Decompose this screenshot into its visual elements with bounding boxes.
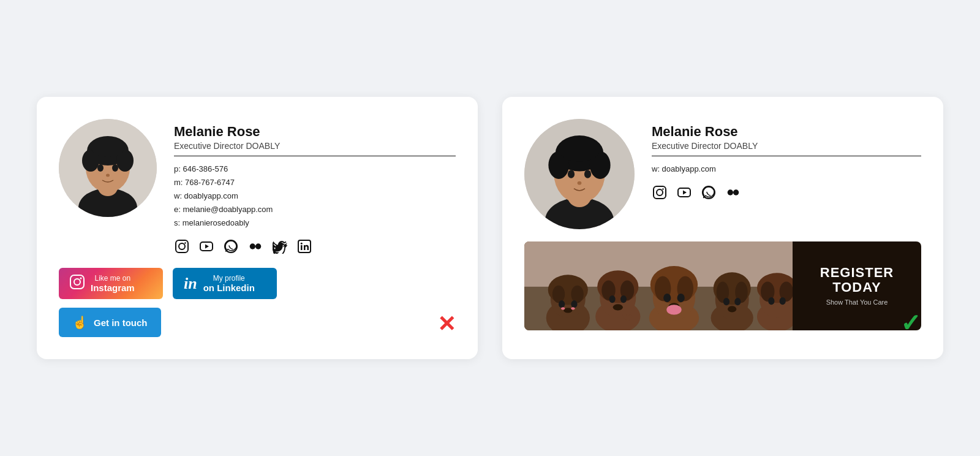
svg-point-81 [728, 306, 736, 312]
divider-2 [652, 156, 921, 156]
svg-point-50 [552, 285, 565, 303]
svg-point-55 [561, 307, 565, 310]
contact-info-1: p: 646-386-576 m: 768-767-6747 w: doably… [174, 162, 456, 230]
avatar-2 [524, 119, 635, 229]
svg-point-70 [663, 294, 671, 302]
svg-point-42 [728, 189, 733, 195]
correct-mark: ✓ [900, 309, 921, 337]
svg-point-38 [662, 188, 663, 189]
linkedin-icon[interactable] [296, 238, 312, 254]
social-icons-2 [652, 184, 921, 200]
profile-name-2: Melanie Rose [652, 124, 921, 140]
wrong-mark: ✕ [437, 311, 456, 337]
website-line: w: doablyapp.com [174, 189, 456, 203]
email-line: e: melanie@doablyapp.com [174, 203, 456, 216]
avatar-1 [59, 119, 157, 217]
svg-point-71 [677, 294, 685, 302]
profile-section-1: Melanie Rose Executive Director DOABLY p… [59, 119, 456, 254]
website-line-2: w: doablyapp.com [652, 162, 921, 176]
whatsapp-icon[interactable] [223, 238, 239, 254]
banner-sub-label: Show That You Care [826, 298, 888, 306]
profile-title-1: Executive Director DOABLY [174, 141, 456, 151]
getintouch-row: ☝️ Get in touch [59, 308, 456, 337]
mobile-line: m: 768-767-6747 [174, 176, 456, 189]
divider-1 [174, 156, 456, 156]
svg-point-73 [666, 305, 681, 314]
instagram-icon-2[interactable] [652, 184, 668, 200]
twitter-icon[interactable] [272, 238, 288, 254]
getintouch-label: Get in touch [94, 317, 148, 328]
svg-point-54 [564, 308, 572, 313]
flickr-icon-2[interactable] [725, 184, 741, 200]
svg-rect-22 [70, 275, 84, 289]
phone-line: p: 646-386-576 [174, 162, 456, 176]
profile-section-2: Melanie Rose Executive Director DOABLY w… [524, 119, 921, 229]
svg-point-23 [74, 279, 80, 285]
svg-point-88 [780, 297, 786, 305]
flickr-icon[interactable] [247, 238, 263, 254]
svg-point-80 [734, 298, 741, 305]
svg-point-32 [559, 137, 600, 162]
getintouch-button[interactable]: ☝️ Get in touch [59, 308, 161, 337]
instagram-btn-icon [70, 275, 85, 293]
card-correct: Melanie Rose Executive Director DOABLY w… [502, 97, 943, 359]
svg-point-52 [559, 300, 565, 308]
svg-point-51 [571, 285, 583, 303]
svg-point-35 [578, 181, 582, 185]
svg-point-79 [723, 298, 729, 305]
banner-image [524, 241, 793, 330]
linkedin-button[interactable]: in My profile on Linkedin [173, 268, 277, 299]
svg-point-43 [733, 189, 739, 195]
svg-point-53 [571, 300, 577, 308]
svg-point-18 [255, 244, 261, 249]
skype-line: s: melanierosedoably [174, 216, 456, 230]
hand-icon: ☝️ [72, 315, 88, 330]
buttons-row-1: Like me on Like me on Instagram Instagra… [59, 268, 456, 299]
svg-point-10 [106, 173, 110, 177]
youtube-icon[interactable] [198, 238, 214, 254]
svg-point-9 [112, 164, 118, 172]
banner: REGISTER TODAY Show That You Care [524, 241, 921, 330]
instagram-button[interactable]: Like me on Like me on Instagram Instagra… [59, 268, 163, 299]
svg-rect-20 [301, 245, 303, 250]
svg-point-13 [184, 243, 186, 244]
profile-info-1: Melanie Rose Executive Director DOABLY p… [174, 119, 456, 254]
svg-point-24 [80, 277, 82, 279]
svg-point-56 [571, 307, 575, 310]
contact-info-2: w: doablyapp.com [652, 162, 921, 176]
profile-title-2: Executive Director DOABLY [652, 141, 921, 151]
svg-marker-40 [683, 190, 687, 194]
svg-point-37 [657, 189, 663, 196]
banner-register-label: REGISTER TODAY [805, 265, 909, 295]
svg-point-34 [584, 170, 591, 178]
svg-point-7 [91, 137, 125, 157]
instagram-icon[interactable] [174, 238, 190, 254]
linkedin-btn-label: My profile on Linkedin [203, 274, 255, 293]
linkedin-btn-icon: in [184, 275, 197, 293]
profile-name-1: Melanie Rose [174, 124, 456, 140]
svg-marker-15 [205, 245, 209, 249]
svg-rect-36 [654, 186, 666, 199]
social-icons-1 [174, 238, 456, 254]
card-wrong: Melanie Rose Executive Director DOABLY p… [37, 97, 478, 359]
svg-point-63 [620, 295, 627, 303]
svg-point-87 [768, 297, 774, 305]
youtube-icon-2[interactable] [676, 184, 692, 200]
instagram-btn-label: Like me on Like me on Instagram Instagra… [91, 274, 135, 293]
svg-point-33 [568, 170, 575, 178]
svg-point-21 [301, 243, 303, 245]
profile-info-2: Melanie Rose Executive Director DOABLY w… [652, 119, 921, 200]
svg-point-8 [97, 164, 104, 172]
svg-rect-11 [176, 240, 188, 253]
svg-point-12 [179, 243, 185, 249]
svg-point-64 [613, 304, 623, 310]
svg-point-17 [250, 244, 255, 249]
whatsapp-icon-2[interactable] [701, 184, 717, 200]
svg-point-62 [609, 295, 616, 303]
